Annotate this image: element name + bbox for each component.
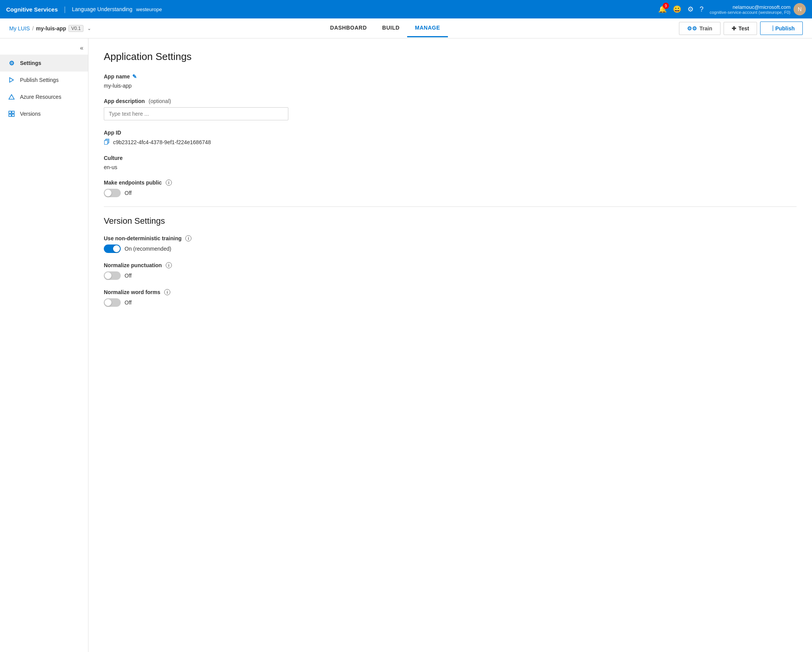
endpoints-public-label: Make endpoints public i <box>104 180 797 186</box>
app-name-group: App name ✎ my-luis-app <box>104 73 797 89</box>
normalize-punctuation-group: Normalize punctuation i Off <box>104 262 797 280</box>
normalize-punctuation-toggle-container: Off <box>104 271 797 280</box>
breadcrumb: My LUIS / my-luis-app V0.1 ⌄ <box>9 25 91 32</box>
user-info: nelamouc@microsoft.com cognitive-service… <box>710 4 790 15</box>
version-badge: V0.1 <box>68 25 83 32</box>
breadcrumb-separator: / <box>32 25 34 32</box>
nav-tabs: DASHBOARD BUILD MANAGE <box>323 19 448 37</box>
non-deterministic-state: On (recommended) <box>125 246 171 252</box>
sidebar-item-label: Publish Settings <box>20 77 58 83</box>
toggle-thumb <box>113 245 120 252</box>
normalize-punctuation-toggle[interactable] <box>104 271 121 280</box>
user-account: cognitive-service-account (westeurope, F… <box>710 10 790 15</box>
tab-manage[interactable]: MANAGE <box>407 19 448 37</box>
topbar-right: 🔔 9 😀 ⚙ ? nelamouc@microsoft.com cogniti… <box>658 3 806 15</box>
avatar: N <box>794 3 806 15</box>
endpoints-public-group: Make endpoints public i Off <box>104 180 797 197</box>
train-button[interactable]: ⚙⚙ Train <box>679 22 720 35</box>
sidebar-item-azure-resources[interactable]: Azure Resources <box>0 88 88 105</box>
toggle-thumb <box>105 299 111 306</box>
endpoints-public-toggle[interactable] <box>104 189 121 197</box>
emoji-icon[interactable]: 😀 <box>673 5 681 13</box>
sidebar-item-versions[interactable]: Versions <box>0 105 88 122</box>
normalize-word-state: Off <box>125 299 131 306</box>
culture-value: en-us <box>104 164 797 170</box>
normalize-word-group: Normalize word forms i Off <box>104 289 797 307</box>
notification-bell-icon[interactable]: 🔔 9 <box>658 5 667 13</box>
settings-icon: ⚙ <box>8 59 15 67</box>
versions-icon <box>8 110 15 118</box>
normalize-word-toggle[interactable] <box>104 298 121 307</box>
sidebar-item-settings[interactable]: ⚙ Settings <box>0 55 88 72</box>
notification-badge: 9 <box>663 3 669 9</box>
help-question-icon[interactable]: ? <box>700 5 704 13</box>
publish-icon: ⎹ <box>768 25 773 32</box>
svg-marker-1 <box>9 95 14 99</box>
section-divider <box>104 206 797 207</box>
app-name-value: my-luis-app <box>104 83 797 89</box>
tab-build[interactable]: BUILD <box>374 19 407 37</box>
chevron-down-icon[interactable]: ⌄ <box>87 26 91 31</box>
user-profile[interactable]: nelamouc@microsoft.com cognitive-service… <box>710 3 806 15</box>
culture-group: Culture en-us <box>104 155 797 170</box>
svg-marker-0 <box>10 78 13 82</box>
svg-rect-5 <box>12 114 14 116</box>
non-deterministic-label: Use non-deterministic training i <box>104 235 797 241</box>
tab-dashboard[interactable]: DASHBOARD <box>323 19 375 37</box>
topbar-divider: | <box>64 5 66 13</box>
app-id-label: App ID <box>104 130 797 136</box>
version-settings-title: Version Settings <box>104 216 797 226</box>
non-deterministic-toggle-container: On (recommended) <box>104 244 797 253</box>
app-description-optional: (optional) <box>149 98 171 104</box>
content-area: Application Settings App name ✎ my-luis-… <box>88 38 812 652</box>
app-id-container: 🗍 c9b23122-4fc4-4378-9ef1-f224e1686748 <box>104 139 797 146</box>
sidebar-item-label: Settings <box>20 60 41 66</box>
svg-rect-3 <box>12 111 14 113</box>
normalize-word-label: Normalize word forms i <box>104 289 797 295</box>
info-icon-non-deterministic: i <box>185 235 191 241</box>
sidebar-collapse-button[interactable]: « <box>0 42 88 55</box>
copy-icon[interactable]: 🗍 <box>104 139 110 146</box>
test-icon: ✚ <box>732 25 736 32</box>
topbar-left: Cognitive Services | Language Understand… <box>6 5 162 13</box>
sidebar-item-label: Versions <box>20 111 41 117</box>
brand-name: Cognitive Services <box>6 6 58 13</box>
app-description-label: App description (optional) <box>104 98 797 104</box>
topbar: Cognitive Services | Language Understand… <box>0 0 812 18</box>
page-title: Application Settings <box>104 51 797 63</box>
normalize-word-toggle-container: Off <box>104 298 797 307</box>
train-icon: ⚙⚙ <box>687 25 697 32</box>
normalize-punctuation-label: Normalize punctuation i <box>104 262 797 268</box>
edit-icon[interactable]: ✎ <box>132 73 137 80</box>
user-email: nelamouc@microsoft.com <box>710 4 790 10</box>
settings-gear-icon[interactable]: ⚙ <box>687 5 694 13</box>
culture-label: Culture <box>104 155 797 161</box>
non-deterministic-group: Use non-deterministic training i On (rec… <box>104 235 797 253</box>
toggle-thumb <box>105 190 111 196</box>
info-icon-word-forms: i <box>164 289 170 295</box>
publish-settings-icon <box>8 76 15 84</box>
sidebar-item-label: Azure Resources <box>20 94 61 100</box>
normalize-punctuation-state: Off <box>125 273 131 279</box>
info-icon-endpoints: i <box>166 180 172 186</box>
publish-button[interactable]: ⎹ Publish <box>760 22 803 35</box>
non-deterministic-toggle[interactable] <box>104 244 121 253</box>
breadcrumb-app: my-luis-app <box>36 25 67 32</box>
sidebar-item-publish-settings[interactable]: Publish Settings <box>0 72 88 88</box>
app-service-name: Language Understanding westeurope <box>72 6 162 12</box>
info-icon-punctuation: i <box>166 262 172 268</box>
endpoints-public-toggle-container: Off <box>104 189 797 197</box>
svg-rect-4 <box>9 114 11 116</box>
test-button[interactable]: ✚ Test <box>724 22 757 35</box>
app-description-group: App description (optional) <box>104 98 797 120</box>
app-name-label: App name ✎ <box>104 73 797 80</box>
app-id-group: App ID 🗍 c9b23122-4fc4-4378-9ef1-f224e16… <box>104 130 797 146</box>
endpoints-public-state: Off <box>125 190 131 196</box>
secondbar: My LUIS / my-luis-app V0.1 ⌄ DASHBOARD B… <box>0 18 812 38</box>
azure-resources-icon <box>8 93 15 101</box>
sidebar: « ⚙ Settings Publish Settings Azure Reso… <box>0 38 88 652</box>
app-id-value: c9b23122-4fc4-4378-9ef1-f224e1686748 <box>113 139 211 145</box>
app-description-input[interactable] <box>104 107 288 120</box>
breadcrumb-root[interactable]: My LUIS <box>9 25 30 32</box>
svg-rect-2 <box>9 111 11 113</box>
